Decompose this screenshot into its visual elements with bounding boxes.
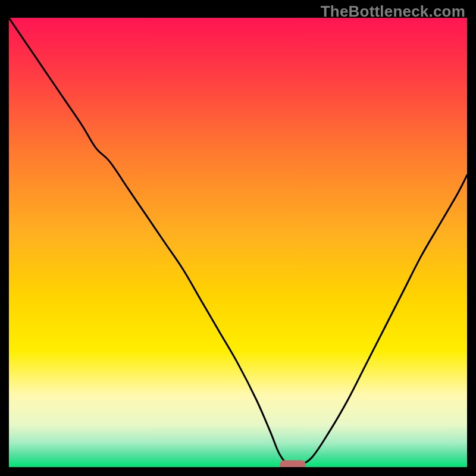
curve-overlay	[9, 18, 467, 467]
chart-frame: TheBottleneck.com	[0, 0, 476, 476]
optimal-marker	[280, 461, 306, 467]
plot-area	[9, 18, 467, 467]
